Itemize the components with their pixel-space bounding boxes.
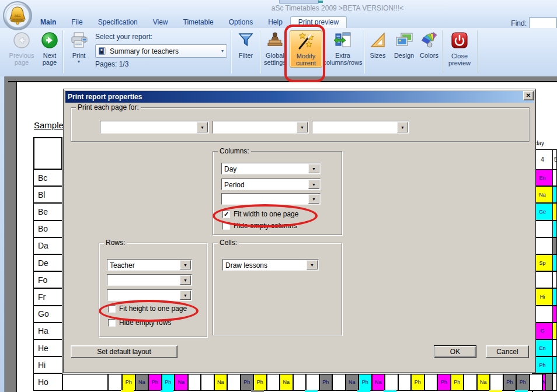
dialog-titlebar[interactable]: Print report properties bbox=[65, 91, 534, 103]
app-logo-bell-icon[interactable]: asc bbox=[3, 1, 32, 30]
page-for-combo-1[interactable]: ▼ bbox=[100, 121, 209, 134]
teacher-row-fr: Fr bbox=[33, 288, 62, 305]
previous-page-icon bbox=[12, 31, 31, 51]
modify-current-button[interactable]: Modify current bbox=[290, 30, 322, 68]
extra-columns-rows-button[interactable]: Extra columns/rows bbox=[323, 30, 363, 66]
extra-columns-icon bbox=[333, 31, 353, 51]
lesson-cell bbox=[201, 374, 214, 391]
tab-main[interactable]: Main bbox=[33, 16, 64, 28]
tab-help[interactable]: Help bbox=[260, 16, 290, 28]
magic-wand-icon bbox=[296, 31, 316, 52]
print-icon bbox=[69, 31, 89, 51]
cancel-button[interactable]: Cancel bbox=[486, 345, 529, 358]
lesson-cell-partial bbox=[552, 169, 557, 186]
rows-combo-3[interactable]: ▼ bbox=[107, 289, 192, 301]
lesson-cell: Ph bbox=[516, 374, 530, 391]
power-close-icon bbox=[450, 31, 469, 52]
colors-button[interactable]: Colors bbox=[416, 30, 442, 59]
cells-combo[interactable]: Draw lessons ▼ bbox=[222, 259, 319, 271]
lesson-cell bbox=[490, 374, 503, 391]
hide-empty-columns-checkbox[interactable]: Hide empty columns bbox=[222, 222, 297, 230]
lesson-cell bbox=[530, 374, 543, 391]
teacher-row-fo: Fo bbox=[33, 271, 62, 288]
lesson-cell: Na bbox=[477, 374, 490, 391]
columns-combo-3[interactable]: ▼ bbox=[221, 193, 321, 205]
cells-group: Cells: bbox=[213, 243, 342, 335]
lesson-cell: Na bbox=[346, 374, 359, 391]
tab-specification[interactable]: Specification bbox=[90, 16, 145, 28]
find-label: Find: bbox=[511, 19, 527, 27]
teacher-row-go: Go bbox=[33, 306, 62, 323]
lesson-cell bbox=[267, 374, 280, 391]
tab-timetable[interactable]: Timetable bbox=[176, 16, 221, 28]
teacher-row-bl: Bl bbox=[33, 186, 62, 203]
teacher-row-he: He bbox=[33, 340, 62, 356]
lesson-cell-partial bbox=[552, 254, 557, 271]
next-page-button[interactable]: Next page bbox=[37, 30, 62, 66]
fit-height-checkbox[interactable]: Fit height to one page bbox=[108, 304, 187, 313]
quick-access-toolbar bbox=[279, 0, 319, 4]
global-settings-button[interactable]: Global settings bbox=[262, 30, 288, 66]
ok-button[interactable]: OK bbox=[434, 345, 476, 358]
report-page-title: Sample bbox=[34, 120, 64, 130]
lesson-cell bbox=[464, 374, 477, 391]
lesson-cell: Ph bbox=[162, 374, 175, 391]
lesson-cell bbox=[108, 374, 122, 391]
tab-print-preview[interactable]: Print preview bbox=[290, 16, 347, 28]
dropdown-arrow-icon: ▼ bbox=[183, 263, 187, 267]
find-input[interactable] bbox=[529, 18, 557, 29]
page-for-combo-2[interactable]: ▼ bbox=[213, 121, 309, 134]
columns-combo-2[interactable]: Period ▼ bbox=[221, 178, 321, 190]
lesson-cell-partial bbox=[552, 186, 557, 203]
filter-button[interactable]: Filter bbox=[234, 30, 258, 59]
teacher-row-hi: Hi bbox=[33, 356, 62, 373]
ribbon-separator bbox=[477, 30, 478, 74]
lesson-cell: Ph bbox=[241, 374, 254, 391]
teacher-row-be: Be bbox=[33, 203, 62, 220]
print-dropdown-icon[interactable]: ▼ bbox=[77, 60, 81, 64]
cells-label: Cells: bbox=[218, 239, 239, 247]
lesson-cell-partial bbox=[552, 288, 557, 305]
hide-empty-rows-checkbox[interactable]: Hide empty rows bbox=[108, 318, 171, 327]
day-header-partial: day bbox=[535, 140, 544, 146]
lesson-cell: Ph bbox=[319, 374, 333, 391]
rows-combo-2[interactable]: ▼ bbox=[107, 274, 192, 286]
report-combobox[interactable]: Summary for teachers ▾ bbox=[95, 44, 227, 58]
fit-width-checkbox[interactable]: ✓ Fit width to one page bbox=[222, 210, 298, 218]
previous-page-button[interactable]: Previous page bbox=[7, 30, 36, 66]
design-button[interactable]: Design bbox=[391, 30, 417, 59]
dialog-close-button[interactable]: ✕ bbox=[523, 91, 534, 100]
lesson-cell-partial bbox=[552, 340, 557, 356]
pages-indicator: Pages: 1/3 bbox=[95, 60, 128, 68]
rows-combo-1[interactable]: Teacher ▼ bbox=[107, 259, 192, 271]
print-button[interactable]: Print ▼ bbox=[65, 30, 92, 64]
dropdown-arrow-icon: ▼ bbox=[312, 197, 316, 201]
quick-access-icon bbox=[318, 1, 323, 3]
columns-combo-1[interactable]: Day ▼ bbox=[221, 163, 321, 174]
sizes-button[interactable]: Sizes bbox=[366, 30, 389, 59]
period-header-cell-partial: 5 bbox=[552, 149, 557, 170]
find-box: Find: bbox=[511, 18, 557, 29]
lesson-cell-partial bbox=[552, 373, 557, 390]
set-default-layout-button[interactable]: Set default layout bbox=[71, 345, 177, 358]
filter-icon bbox=[236, 31, 255, 51]
page-top-border bbox=[8, 81, 557, 82]
page-for-combo-3[interactable]: ▼ bbox=[312, 121, 409, 134]
ribbon-separator bbox=[442, 30, 443, 74]
lesson-cell: Na bbox=[280, 374, 293, 391]
print-each-page-label: Print each page for: bbox=[76, 103, 141, 111]
ruler-triangle-icon bbox=[368, 31, 387, 51]
stamp-icon bbox=[266, 31, 284, 51]
table-corner-cell bbox=[33, 137, 62, 170]
lesson-cell-partial bbox=[552, 237, 557, 254]
columns-label: Columns: bbox=[218, 147, 251, 155]
tab-view[interactable]: View bbox=[145, 16, 176, 28]
teacher-row-bc: Bc bbox=[33, 169, 62, 186]
close-preview-button[interactable]: Close preview bbox=[444, 30, 475, 67]
tab-options[interactable]: Options bbox=[221, 16, 260, 28]
lesson-cell: Na bbox=[135, 374, 149, 391]
lesson-cell: Ph bbox=[451, 374, 464, 391]
ribbon-tabs: MainFileSpecificationViewTimetableOption… bbox=[33, 16, 347, 28]
tab-file[interactable]: File bbox=[64, 16, 90, 28]
lesson-cell-partial bbox=[552, 323, 557, 340]
